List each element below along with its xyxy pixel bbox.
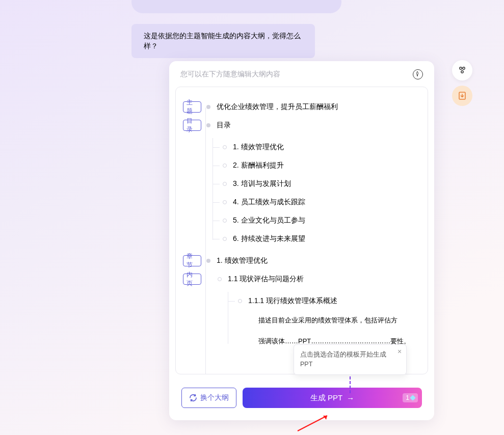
toc-list: 1. 绩效管理优化 2. 薪酬福利提升 3. 培训与发展计划 4. 员工绩效与成…	[223, 138, 420, 248]
group-icon	[457, 65, 467, 75]
side-group-button[interactable]	[452, 60, 472, 80]
swap-outline-button[interactable]: 换个大纲	[181, 388, 236, 408]
assistant-bubble: 这是依据您的主题智能生成的内容大纲，觉得怎么样？	[131, 24, 315, 58]
svg-point-1	[460, 67, 462, 69]
svg-point-2	[463, 67, 465, 69]
tag-page: 内页	[183, 274, 201, 285]
subpage-label: 1.1.1 现行绩效管理体系概述	[248, 296, 337, 306]
tag-chapter: 章节	[183, 255, 201, 266]
bullet-open-icon	[218, 277, 222, 281]
refresh-icon	[189, 394, 197, 402]
bullet-icon	[206, 105, 210, 109]
branch-line	[213, 138, 213, 240]
subpage-item[interactable]: 1.1.1 现行绩效管理体系概述	[238, 292, 420, 310]
swap-outline-label: 换个大纲	[200, 393, 229, 402]
tree-main-line	[205, 107, 206, 374]
toc-item-label: 5. 企业文化与员工参与	[233, 216, 305, 225]
outline-box: 主题 优化企业绩效管理，提升员工薪酬福利 目录 目录 1. 绩效管理优化 2. …	[175, 87, 428, 374]
bullet-open-icon	[223, 200, 227, 204]
svg-marker-0	[416, 71, 418, 76]
document-download-icon	[457, 91, 467, 101]
previous-bubble	[131, 0, 341, 13]
toc-item[interactable]: 5. 企业文化与员工参与	[223, 211, 420, 230]
toc-item[interactable]: 2. 薪酬福利提升	[223, 156, 420, 175]
topic-row[interactable]: 主题 优化企业绩效管理，提升员工薪酬福利	[183, 101, 420, 113]
toc-item[interactable]: 1. 绩效管理优化	[223, 138, 420, 156]
toc-title[interactable]: 目录	[217, 121, 231, 130]
toc-item[interactable]: 3. 培训与发展计划	[223, 175, 420, 193]
tooltip-connector	[350, 372, 351, 393]
assistant-text: 这是依据您的主题智能生成的内容大纲，觉得怎么样？	[144, 32, 301, 50]
diamond-icon	[410, 395, 415, 400]
generate-ppt-label: 生成 PPT	[310, 393, 342, 403]
tag-toc: 目录	[183, 120, 201, 131]
bullet-open-icon	[223, 145, 227, 149]
bullet-open-icon	[223, 164, 227, 168]
toc-item-label: 4. 员工绩效与成长跟踪	[233, 198, 305, 207]
panel-header: 您可以在下方随意编辑大纲内容	[169, 61, 434, 87]
close-icon[interactable]: ×	[396, 348, 403, 355]
toc-item[interactable]: 4. 员工绩效与成长跟踪	[223, 193, 420, 211]
panel-header-hint: 您可以在下方随意编辑大纲内容	[180, 70, 280, 79]
cost-badge: 1	[403, 393, 418, 402]
toc-item-label: 1. 绩效管理优化	[233, 143, 284, 152]
arrow-right-icon: →	[347, 394, 354, 402]
toc-item-label: 3. 培训与发展计划	[233, 179, 291, 188]
paragraph-text[interactable]: 描述目前企业采用的绩效管理体系，包括评估方	[238, 310, 420, 331]
cost-number: 1	[406, 394, 409, 401]
page-sublist: 1.1.1 现行绩效管理体系概述 描述目前企业采用的绩效管理体系，包括评估方 强…	[238, 292, 420, 352]
toc-item-label: 2. 薪酬福利提升	[233, 161, 284, 170]
chapter-row[interactable]: 章节 1. 绩效管理优化	[183, 255, 420, 266]
bullet-open-icon	[223, 237, 227, 241]
branch-line	[228, 292, 228, 344]
bullet-open-icon	[223, 182, 227, 186]
chapter-title[interactable]: 1. 绩效管理优化	[217, 256, 268, 265]
bullet-open-icon	[238, 299, 242, 303]
bullet-icon	[206, 259, 210, 263]
generate-ppt-button[interactable]: 生成 PPT → 1	[243, 388, 422, 408]
bullet-icon	[206, 123, 210, 127]
side-doc-button[interactable]	[452, 86, 472, 106]
svg-point-3	[461, 71, 463, 73]
toc-row[interactable]: 目录 目录	[183, 120, 420, 131]
bullet-open-icon	[223, 219, 227, 223]
toc-item[interactable]: 6. 持续改进与未来展望	[223, 230, 420, 248]
page-row[interactable]: 内页 1.1 现状评估与问题分析	[183, 274, 420, 285]
bottom-bar: 换个大纲 生成 PPT → 1	[169, 380, 434, 420]
tooltip-text: 点击挑选合适的模板开始生成PPT	[300, 351, 386, 368]
tooltip: × 点击挑选合适的模板开始生成PPT	[294, 344, 407, 375]
compass-icon[interactable]	[413, 69, 423, 79]
page-title[interactable]: 1.1 现状评估与问题分析	[228, 275, 304, 284]
toc-item-label: 6. 持续改进与未来展望	[233, 234, 305, 243]
tag-topic: 主题	[183, 101, 201, 113]
topic-title[interactable]: 优化企业绩效管理，提升员工薪酬福利	[217, 102, 338, 112]
